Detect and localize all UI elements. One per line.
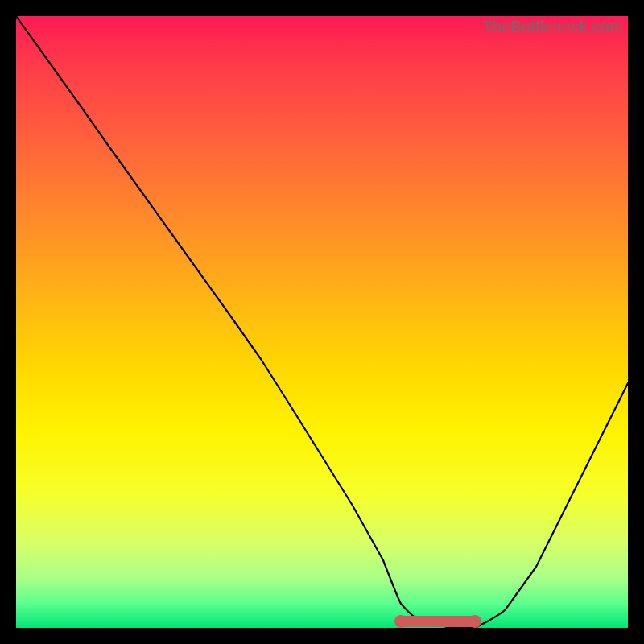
chart-frame: TheBottleneck.com — [0, 0, 644, 644]
watermark-text: TheBottleneck.com — [482, 18, 623, 36]
bottleneck-curve — [16, 16, 628, 628]
optimal-region-start-dot — [394, 615, 407, 628]
curve-path — [16, 16, 628, 628]
optimal-region-end-dot — [469, 615, 481, 628]
plot-area: TheBottleneck.com — [16, 16, 628, 628]
